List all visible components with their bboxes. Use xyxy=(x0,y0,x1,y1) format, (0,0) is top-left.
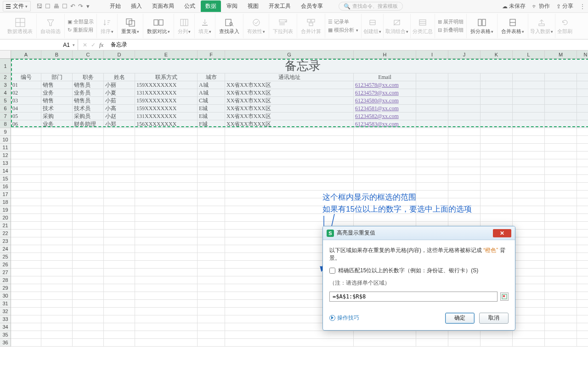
empty-cell[interactable] xyxy=(198,159,225,167)
data-cell[interactable] xyxy=(577,89,588,97)
qat-new-icon[interactable]: ☐ xyxy=(45,3,51,10)
row-header[interactable]: 23 xyxy=(0,237,11,245)
empty-cell[interactable] xyxy=(135,284,198,292)
empty-cell[interactable] xyxy=(135,214,198,222)
empty-cell[interactable] xyxy=(513,253,545,261)
show-detail-button[interactable]: ⊞展开明细 xyxy=(438,18,464,26)
empty-cell[interactable] xyxy=(448,175,481,183)
coop-button[interactable]: ᯤ 协作 xyxy=(532,2,550,10)
empty-cell[interactable] xyxy=(481,339,513,347)
empty-cell[interactable] xyxy=(545,245,577,253)
empty-cell[interactable] xyxy=(416,128,448,136)
empty-cell[interactable] xyxy=(135,175,198,183)
row-header[interactable]: 28 xyxy=(0,276,11,284)
empty-cell[interactable] xyxy=(198,152,225,159)
column-header[interactable]: A xyxy=(11,51,41,59)
row-header[interactable]: 8 xyxy=(0,120,11,128)
data-cell[interactable]: A城 xyxy=(198,89,225,97)
empty-cell[interactable] xyxy=(41,253,73,261)
empty-cell[interactable] xyxy=(513,159,545,167)
empty-cell[interactable] xyxy=(416,183,448,191)
duplicates-button[interactable]: 重复项▾ xyxy=(118,14,143,38)
empty-cell[interactable] xyxy=(41,198,73,206)
empty-cell[interactable] xyxy=(545,323,577,331)
empty-cell[interactable] xyxy=(11,144,41,152)
empty-cell[interactable] xyxy=(135,198,198,206)
empty-cell[interactable] xyxy=(513,167,545,175)
empty-cell[interactable] xyxy=(481,214,513,222)
data-cell[interactable] xyxy=(513,120,545,128)
data-cell[interactable] xyxy=(513,112,545,120)
qat-print-icon[interactable]: 🖶 xyxy=(53,3,59,10)
empty-cell[interactable] xyxy=(545,339,577,347)
data-cell[interactable]: 131XXXXXXXX xyxy=(135,89,198,97)
empty-cell[interactable] xyxy=(577,261,588,269)
data-cell[interactable] xyxy=(416,120,448,128)
show-all-button[interactable]: ▣全部显示 xyxy=(68,18,94,26)
menu-more-icon[interactable]: ⋮ xyxy=(580,3,585,10)
row-header[interactable]: 19 xyxy=(0,206,11,214)
empty-cell[interactable] xyxy=(577,183,588,191)
empty-cell[interactable] xyxy=(41,276,73,284)
empty-cell[interactable] xyxy=(41,308,73,315)
empty-cell[interactable] xyxy=(135,300,198,308)
empty-cell[interactable] xyxy=(545,253,577,261)
row-header[interactable]: 4 xyxy=(0,89,11,97)
import-data-button[interactable]: 导入数据▾ xyxy=(528,14,555,38)
empty-cell[interactable] xyxy=(545,128,577,136)
refresh-all-button[interactable]: 全部刷 xyxy=(555,14,574,38)
unsaved-indicator[interactable]: ☁ 未保存 xyxy=(502,2,526,10)
empty-cell[interactable] xyxy=(481,167,513,175)
empty-cell[interactable] xyxy=(104,253,135,261)
empty-cell[interactable] xyxy=(73,308,104,315)
row-header[interactable]: 18 xyxy=(0,198,11,206)
empty-cell[interactable] xyxy=(416,167,448,175)
empty-cell[interactable] xyxy=(41,136,73,144)
data-cell[interactable]: 财务助理 xyxy=(73,120,104,128)
empty-cell[interactable] xyxy=(104,331,135,339)
empty-cell[interactable] xyxy=(104,323,135,331)
empty-cell[interactable] xyxy=(198,230,225,237)
data-cell[interactable]: 61234578@xx.com xyxy=(354,81,416,89)
empty-cell[interactable] xyxy=(577,269,588,276)
empty-cell[interactable] xyxy=(73,323,104,331)
data-cell[interactable] xyxy=(513,89,545,97)
data-cell[interactable]: 业务员 xyxy=(73,89,104,97)
empty-cell[interactable] xyxy=(104,269,135,276)
column-header[interactable]: K xyxy=(481,51,513,59)
column-header[interactable]: D xyxy=(104,51,135,59)
empty-cell[interactable] xyxy=(11,159,41,167)
empty-cell[interactable] xyxy=(481,175,513,183)
data-cell[interactable] xyxy=(545,81,577,89)
data-cell[interactable] xyxy=(545,105,577,112)
empty-cell[interactable] xyxy=(225,159,354,167)
empty-cell[interactable] xyxy=(41,269,73,276)
data-cell[interactable] xyxy=(416,81,448,89)
empty-cell[interactable] xyxy=(73,269,104,276)
data-cell[interactable] xyxy=(481,112,513,120)
data-cell[interactable] xyxy=(577,120,588,128)
group-remove-button[interactable]: 取消组合▾ xyxy=(384,14,411,38)
empty-cell[interactable] xyxy=(198,276,225,284)
fill-button[interactable]: 填充▾ xyxy=(195,14,215,38)
header-cell[interactable] xyxy=(448,73,481,81)
data-cell[interactable]: 小高 xyxy=(104,105,135,112)
empty-cell[interactable] xyxy=(198,315,225,323)
empty-cell[interactable] xyxy=(448,136,481,144)
empty-cell[interactable] xyxy=(545,315,577,323)
data-cell[interactable] xyxy=(481,97,513,105)
data-cell[interactable]: 采购 xyxy=(41,112,73,120)
empty-cell[interactable] xyxy=(104,191,135,198)
row-header[interactable]: 7 xyxy=(0,112,11,120)
empty-cell[interactable] xyxy=(577,222,588,230)
accept-fx-icon[interactable]: ✓ xyxy=(91,42,96,48)
empty-cell[interactable] xyxy=(198,323,225,331)
empty-cell[interactable] xyxy=(198,206,225,214)
empty-cell[interactable] xyxy=(225,128,354,136)
data-cell[interactable]: 业务 xyxy=(41,89,73,97)
row-header[interactable]: 29 xyxy=(0,284,11,292)
empty-cell[interactable] xyxy=(225,144,354,152)
data-cell[interactable]: 159XXXXXXXX xyxy=(135,97,198,105)
empty-cell[interactable] xyxy=(135,261,198,269)
empty-cell[interactable] xyxy=(545,331,577,339)
